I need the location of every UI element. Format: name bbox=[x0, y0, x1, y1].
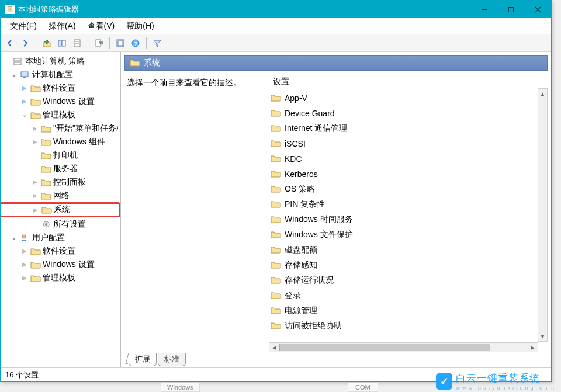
chevron-down-icon[interactable]: ⌄ bbox=[20, 112, 29, 118]
list-item[interactable]: 存储感知 bbox=[271, 258, 548, 273]
chevron-down-icon[interactable]: ⌄ bbox=[10, 71, 18, 78]
back-button[interactable] bbox=[3, 36, 17, 50]
background-fragment: COM bbox=[348, 383, 378, 392]
tab-extended[interactable]: 扩展 bbox=[129, 353, 157, 366]
list-header[interactable]: 设置 bbox=[268, 71, 548, 91]
scrollbar-track[interactable] bbox=[279, 343, 528, 352]
tree-label: 管理模板 bbox=[43, 273, 118, 283]
scroll-left-icon[interactable]: ◀ bbox=[269, 343, 279, 352]
menu-action[interactable]: 操作(A) bbox=[43, 19, 82, 34]
list-item-label: Kerberos bbox=[285, 169, 318, 179]
list-item[interactable]: 登录 bbox=[271, 288, 548, 303]
up-button[interactable] bbox=[40, 36, 54, 50]
list-item[interactable]: Internet 通信管理 bbox=[271, 121, 548, 136]
background-fragment: Windows bbox=[161, 383, 200, 392]
list-item[interactable]: 电源管理 bbox=[271, 303, 548, 318]
tree-u-software-settings[interactable]: ▶ 软件设置 bbox=[1, 244, 120, 258]
list-item[interactable]: 访问被拒绝协助 bbox=[271, 318, 548, 334]
chevron-right-icon[interactable]: ▶ bbox=[20, 261, 29, 268]
chevron-right-icon[interactable]: ▶ bbox=[31, 125, 39, 131]
menu-view[interactable]: 查看(V) bbox=[82, 19, 121, 34]
help-button[interactable]: ? bbox=[129, 36, 143, 50]
chevron-right-icon[interactable]: ▶ bbox=[20, 98, 29, 105]
list-item[interactable]: OS 策略 bbox=[271, 182, 548, 197]
tree-pane[interactable]: ▶ 本地计算机 策略 ⌄ 计算机配置 ▶ 软件设置 ▶ Windows 设置 ⌄ bbox=[1, 52, 121, 367]
tree-server[interactable]: ▶ 服务器 bbox=[1, 162, 120, 175]
tree-software-settings[interactable]: ▶ 软件设置 bbox=[1, 81, 120, 95]
list-item-label: Windows 文件保护 bbox=[285, 230, 353, 240]
scrollbar-thumb[interactable] bbox=[279, 344, 490, 351]
list-item[interactable]: Windows 文件保护 bbox=[271, 227, 548, 242]
refresh-button[interactable] bbox=[113, 36, 127, 50]
tree-u-windows-settings[interactable]: ▶ Windows 设置 bbox=[1, 258, 120, 271]
folder-icon bbox=[271, 124, 281, 134]
minimize-button[interactable] bbox=[470, 1, 497, 18]
list-item-label: Windows 时间服务 bbox=[285, 214, 353, 225]
folder-icon bbox=[271, 261, 281, 270]
scrollbar-track[interactable] bbox=[538, 99, 547, 331]
tree-start-menu[interactable]: ▶ "开始"菜单和任务栏 bbox=[1, 122, 120, 135]
vertical-scrollbar[interactable]: ▲ ▼ bbox=[538, 88, 548, 342]
menu-help[interactable]: 帮助(H) bbox=[120, 19, 160, 34]
tree-label: 系统 bbox=[54, 204, 116, 215]
maximize-button[interactable] bbox=[497, 1, 524, 18]
list-item[interactable]: Kerberos bbox=[271, 166, 548, 182]
content-title: 系统 bbox=[144, 58, 160, 68]
tree-all-settings[interactable]: ▶ 所有设置 bbox=[1, 217, 120, 231]
settings-list[interactable]: App-VDevice GuardInternet 通信管理iSCSIKDCKe… bbox=[268, 91, 548, 352]
list-item[interactable]: Windows 时间服务 bbox=[271, 212, 548, 227]
list-item[interactable]: Device Guard bbox=[271, 106, 548, 121]
chevron-right-icon[interactable]: ▶ bbox=[31, 179, 39, 185]
toolbar-separator bbox=[36, 37, 36, 49]
chevron-right-icon[interactable]: ▶ bbox=[31, 138, 39, 145]
scroll-right-icon[interactable]: ▶ bbox=[528, 343, 538, 352]
chevron-right-icon[interactable]: ▶ bbox=[31, 192, 39, 199]
svg-rect-23 bbox=[23, 77, 26, 78]
tree-label: 网络 bbox=[53, 190, 118, 201]
list-item[interactable]: iSCSI bbox=[271, 136, 548, 151]
folder-icon bbox=[271, 185, 281, 195]
tab-standard[interactable]: 标准 bbox=[158, 353, 186, 366]
folder-icon bbox=[271, 215, 281, 225]
tab-row: 扩展 标准 bbox=[124, 352, 548, 366]
filter-button[interactable] bbox=[150, 36, 164, 50]
horizontal-scrollbar[interactable]: ◀ ▶ bbox=[269, 342, 538, 352]
show-hide-tree-button[interactable] bbox=[55, 36, 69, 50]
chevron-right-icon[interactable]: ▶ bbox=[20, 248, 29, 254]
tree-u-admin-templates[interactable]: ▶ 管理模板 bbox=[1, 271, 120, 285]
list-item[interactable]: 存储运行状况 bbox=[271, 273, 548, 288]
chevron-right-icon[interactable]: ▶ bbox=[20, 85, 29, 91]
properties-button[interactable] bbox=[70, 36, 84, 50]
tree-user-config[interactable]: ⌄ 用户配置 bbox=[1, 231, 120, 244]
menu-file[interactable]: 文件(F) bbox=[4, 19, 43, 34]
close-button[interactable] bbox=[524, 1, 551, 18]
tree-computer-config[interactable]: ⌄ 计算机配置 bbox=[1, 68, 120, 81]
list-item[interactable]: PIN 复杂性 bbox=[271, 197, 548, 212]
tree-root[interactable]: ▶ 本地计算机 策略 bbox=[1, 54, 120, 68]
tree-windows-settings[interactable]: ▶ Windows 设置 bbox=[1, 95, 120, 108]
svg-rect-14 bbox=[96, 40, 101, 46]
list-item[interactable]: 磁盘配额 bbox=[271, 242, 548, 258]
tree-admin-templates[interactable]: ⌄ 管理模板 bbox=[1, 108, 120, 122]
tree-network[interactable]: ▶ 网络 bbox=[1, 189, 120, 202]
tree-control-panel[interactable]: ▶ 控制面板 bbox=[1, 175, 120, 189]
list-item-label: Device Guard bbox=[285, 109, 335, 118]
folder-icon bbox=[271, 154, 281, 164]
folder-icon bbox=[30, 110, 41, 120]
tree-windows-components[interactable]: ▶ Windows 组件 bbox=[1, 135, 120, 148]
window-title: 本地组策略编辑器 bbox=[18, 4, 79, 15]
chevron-right-icon[interactable]: ▶ bbox=[32, 207, 40, 213]
list-item[interactable]: KDC bbox=[271, 151, 548, 166]
scroll-up-icon[interactable]: ▲ bbox=[538, 89, 547, 99]
list-item[interactable]: App-V bbox=[271, 91, 548, 106]
chevron-right-icon[interactable]: ▶ bbox=[20, 275, 29, 281]
menubar: 文件(F) 操作(A) 查看(V) 帮助(H) bbox=[1, 18, 551, 34]
tree-system[interactable]: ▶ 系统 bbox=[1, 202, 120, 217]
toolbar-separator bbox=[109, 37, 110, 49]
forward-button[interactable] bbox=[18, 36, 32, 50]
tree-label: 计算机配置 bbox=[32, 70, 118, 80]
chevron-down-icon[interactable]: ⌄ bbox=[10, 234, 18, 241]
export-button[interactable] bbox=[92, 36, 106, 50]
tree-printers[interactable]: ▶ 打印机 bbox=[1, 148, 120, 162]
scroll-down-icon[interactable]: ▼ bbox=[538, 331, 547, 341]
